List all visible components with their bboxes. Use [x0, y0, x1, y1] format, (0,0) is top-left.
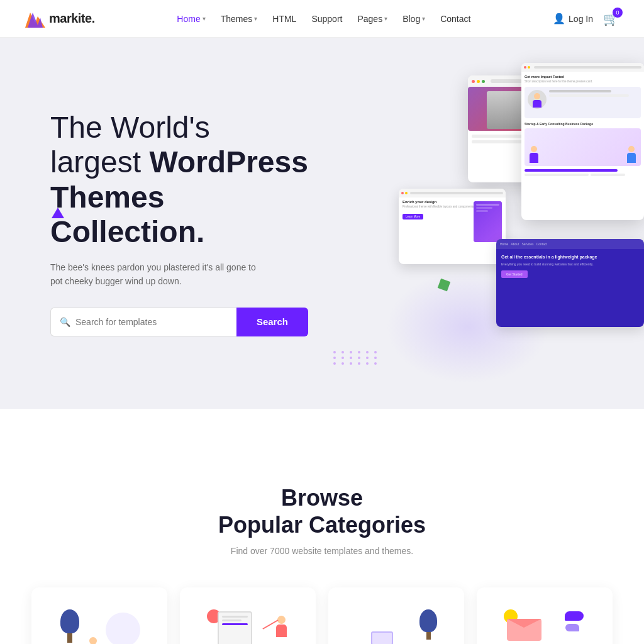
chevron-down-icon: ▾ — [384, 15, 387, 22]
screenshot-tr-title: Get more Impact Fasted — [525, 75, 641, 79]
hero-content: The World's largest WordPress Themes Col… — [50, 110, 308, 336]
hero-subtext: The bee's knees pardon you plastered it'… — [50, 260, 264, 289]
navbar: markite. Home ▾ Themes ▾ HTML Support Pa… — [0, 0, 644, 38]
nav-actions: 👤 Log In 🛒 0 — [553, 11, 619, 26]
browse-heading: Browse Popular Categories — [25, 484, 619, 538]
search-input[interactable] — [75, 308, 228, 336]
nav-blog[interactable]: Blog ▾ — [402, 14, 425, 24]
user-icon: 👤 — [553, 13, 565, 25]
category-illustration-wordpress — [55, 606, 143, 644]
category-illustration-uitemplates — [352, 606, 440, 644]
browse-subtext: Find over 7000 website templates and the… — [25, 546, 619, 556]
category-card-sitebuilder[interactable]: Site Builder — [180, 587, 316, 644]
cart-badge: 0 — [613, 8, 623, 18]
screenshot-mid-left: Enrich your design Professional theme wi… — [399, 189, 506, 264]
screenshot-top-right: Get more Impact Fasted Short description… — [521, 63, 644, 220]
window-dot-green — [482, 80, 485, 83]
hero-search-bar: 🔍 Search — [50, 308, 308, 336]
screenshot-purple-card — [474, 201, 502, 242]
search-button[interactable]: Search — [236, 308, 308, 336]
nav-pages[interactable]: Pages ▾ — [357, 14, 387, 24]
hero-screenshots: We will help your business grow faster G… — [380, 57, 644, 390]
section-divider — [0, 409, 644, 447]
logo-text: markite. — [49, 11, 95, 26]
chevron-down-icon: ▾ — [254, 15, 257, 22]
browse-section: Browse Popular Categories Find over 7000… — [0, 447, 644, 644]
category-card-wordpress[interactable]: WordPress Themes — [31, 587, 167, 644]
nav-themes[interactable]: Themes ▾ — [221, 14, 258, 24]
logo[interactable]: markite. — [25, 10, 95, 28]
screenshot-bottom-right: Home About Services Contact Get all the … — [496, 239, 644, 327]
window-dot-red — [472, 80, 475, 83]
hero-heading: The World's largest WordPress Themes Col… — [50, 110, 308, 249]
nav-home[interactable]: Home ▾ — [177, 14, 205, 24]
logo-icon — [25, 10, 45, 28]
nav-html[interactable]: HTML — [272, 14, 296, 24]
screenshot-br-title: Get all the essentials in a lightweight … — [501, 254, 639, 260]
nav-contact[interactable]: Contact — [440, 14, 470, 24]
search-icon: 🔍 — [60, 317, 70, 327]
categories-grid: WordPress Themes — [25, 587, 619, 644]
deco-dots — [333, 351, 379, 365]
search-input-wrapper: 🔍 — [50, 308, 236, 336]
category-illustration-digitalmarketing — [501, 606, 589, 644]
hero-section: The World's largest WordPress Themes Col… — [0, 38, 644, 409]
category-illustration-sitebuilder — [204, 606, 292, 644]
window-dot-yellow — [477, 80, 480, 83]
login-button[interactable]: 👤 Log In — [553, 13, 593, 25]
screenshot-tr-subtitle: Startup & Early Consulting Business Pack… — [525, 122, 641, 126]
category-card-digitalmarketing[interactable]: Digital Marketing — [477, 587, 613, 644]
chevron-down-icon: ▾ — [203, 15, 206, 22]
cart-button[interactable]: 🛒 0 — [603, 11, 619, 26]
nav-support[interactable]: Support — [311, 14, 342, 24]
chevron-down-icon: ▾ — [422, 15, 425, 22]
nav-links: Home ▾ Themes ▾ HTML Support Pages ▾ Blo… — [177, 14, 470, 24]
category-card-uitemplates[interactable]: UI Templates — [328, 587, 464, 644]
